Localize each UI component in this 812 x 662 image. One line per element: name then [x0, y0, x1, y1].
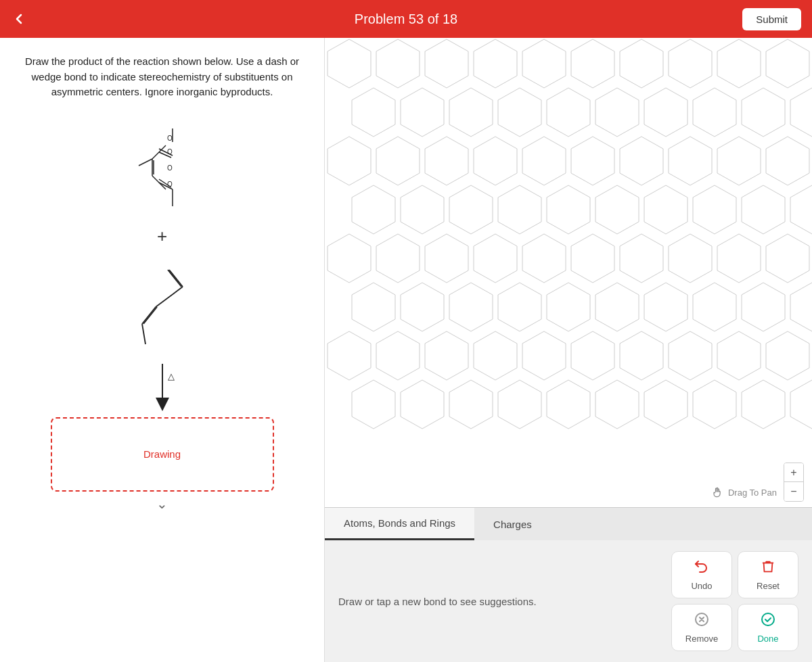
svg-marker-70 [620, 234, 663, 283]
left-panel: Draw the product of the reaction shown b… [0, 38, 325, 662]
svg-marker-101 [693, 380, 736, 429]
remove-button[interactable]: Remove [671, 604, 732, 651]
svg-marker-56 [449, 185, 493, 234]
svg-marker-82 [742, 283, 785, 331]
svg-marker-50 [620, 137, 663, 185]
reset-button[interactable]: Reset [738, 551, 798, 598]
svg-marker-88 [522, 331, 566, 380]
svg-line-4 [139, 159, 152, 166]
svg-text:O: O [167, 135, 173, 142]
svg-marker-79 [595, 283, 639, 331]
svg-marker-98 [547, 380, 590, 429]
plus-sign: + [157, 226, 167, 247]
svg-marker-61 [693, 185, 736, 234]
svg-marker-86 [425, 331, 468, 380]
svg-marker-26 [425, 39, 468, 88]
svg-marker-53 [766, 137, 809, 185]
svg-marker-68 [522, 234, 566, 283]
svg-marker-69 [571, 234, 614, 283]
drag-to-pan-label: Drag To Pan [728, 488, 777, 498]
svg-marker-41 [693, 88, 736, 137]
svg-marker-93 [766, 331, 809, 380]
svg-marker-28 [522, 39, 566, 88]
svg-marker-62 [742, 185, 785, 234]
svg-marker-64 [328, 234, 371, 283]
svg-marker-47 [474, 137, 517, 185]
svg-marker-90 [620, 331, 663, 380]
svg-marker-87 [474, 331, 517, 380]
svg-marker-37 [498, 88, 541, 137]
svg-marker-83 [790, 283, 812, 331]
main-container: Draw the product of the reaction shown b… [0, 38, 812, 662]
svg-marker-42 [742, 88, 785, 137]
svg-marker-66 [425, 234, 468, 283]
svg-marker-39 [595, 88, 639, 137]
drawing-box[interactable]: Drawing [51, 417, 274, 492]
svg-marker-22 [156, 398, 169, 411]
svg-marker-73 [766, 234, 809, 283]
svg-marker-54 [352, 185, 395, 234]
remove-label: Remove [685, 634, 718, 644]
svg-marker-63 [790, 185, 812, 234]
svg-marker-49 [571, 137, 614, 185]
toolbar-content: Draw or tap a new bond to see suggestion… [325, 540, 812, 662]
svg-marker-52 [717, 137, 761, 185]
zoom-out-button[interactable]: − [784, 482, 803, 501]
zoom-controls[interactable]: + − [784, 463, 804, 502]
svg-marker-36 [449, 88, 493, 137]
header: Problem 53 of 18 Submit [0, 0, 812, 38]
undo-label: Undo [691, 581, 712, 591]
svg-marker-78 [547, 283, 590, 331]
svg-marker-92 [717, 331, 761, 380]
svg-marker-84 [328, 331, 371, 380]
svg-marker-44 [328, 137, 371, 185]
svg-marker-91 [669, 331, 712, 380]
svg-marker-33 [766, 39, 809, 88]
svg-marker-24 [328, 39, 371, 88]
svg-marker-55 [401, 185, 444, 234]
reaction-area: O O O O + [0, 108, 324, 663]
svg-line-20 [142, 324, 145, 344]
svg-marker-100 [644, 380, 687, 429]
hex-grid-area[interactable]: Drag To Pan + − [325, 38, 812, 507]
svg-marker-60 [644, 185, 687, 234]
svg-point-105 [762, 613, 774, 625]
submit-button[interactable]: Submit [742, 8, 801, 30]
svg-marker-102 [742, 380, 785, 429]
svg-marker-59 [595, 185, 639, 234]
undo-button[interactable]: Undo [671, 551, 732, 598]
done-button[interactable]: Done [738, 604, 798, 651]
svg-marker-89 [571, 331, 614, 380]
svg-marker-46 [425, 137, 468, 185]
tab-charges[interactable]: Charges [474, 508, 551, 540]
svg-marker-27 [474, 39, 517, 88]
undo-icon [694, 559, 710, 578]
molecule-2 [108, 250, 217, 358]
svg-marker-57 [498, 185, 541, 234]
tab-atoms-bonds-rings[interactable]: Atoms, Bonds and Rings [325, 508, 474, 540]
svg-line-17 [156, 287, 183, 307]
svg-marker-97 [498, 380, 541, 429]
right-panel: Drag To Pan + − Atoms, Bonds and Rings C… [325, 38, 812, 662]
svg-marker-99 [595, 380, 639, 429]
svg-text:△: △ [168, 371, 175, 381]
reset-icon [761, 559, 775, 578]
drag-to-pan-hint: Drag To Pan [710, 486, 777, 499]
reset-label: Reset [757, 581, 780, 591]
svg-marker-80 [644, 283, 687, 331]
chevron-down-icon[interactable]: ⌄ [156, 496, 168, 512]
svg-marker-35 [401, 88, 444, 137]
svg-marker-77 [498, 283, 541, 331]
svg-marker-81 [693, 283, 736, 331]
svg-marker-29 [571, 39, 614, 88]
zoom-in-button[interactable]: + [784, 463, 803, 482]
svg-marker-40 [644, 88, 687, 137]
svg-text:O: O [167, 164, 173, 172]
remove-icon [694, 611, 710, 631]
back-button[interactable] [11, 11, 27, 27]
svg-line-19 [143, 307, 157, 324]
hex-grid-svg [325, 38, 812, 507]
svg-marker-76 [449, 283, 493, 331]
svg-marker-95 [401, 380, 444, 429]
svg-marker-25 [376, 39, 420, 88]
